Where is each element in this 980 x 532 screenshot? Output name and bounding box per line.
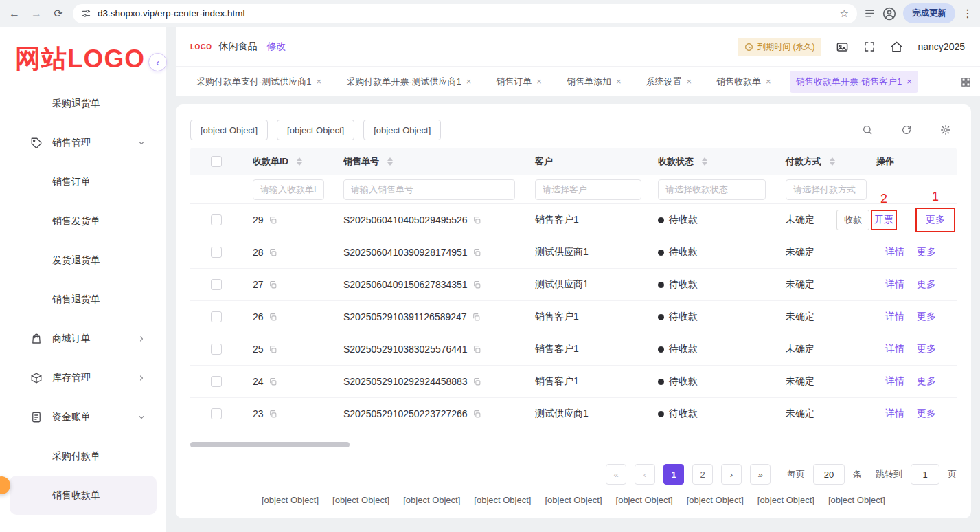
sort-icon[interactable] [387, 157, 393, 166]
row-checkbox[interactable] [211, 214, 222, 225]
url-bar[interactable]: d3.shopxo.vip/erp-center-index.html ☆ [73, 4, 857, 23]
last-page-button[interactable]: » [750, 464, 771, 485]
toolbar-button[interactable]: [object Object] [363, 120, 441, 140]
more-link[interactable]: 更多 [917, 408, 936, 420]
sidebar-item-sales-receipt-order[interactable]: 销售收款单 [10, 476, 157, 515]
sidebar-item-purchase-return-order[interactable]: 采购退货单 [0, 84, 166, 123]
detail-link[interactable]: 详情 [885, 278, 904, 291]
sidebar-item-sales-management[interactable]: 销售管理 [0, 123, 166, 162]
jump-page-input[interactable] [911, 464, 939, 485]
tab-close-icon[interactable]: × [466, 76, 472, 87]
row-checkbox[interactable] [211, 247, 222, 258]
tab-close-icon[interactable]: × [536, 76, 542, 87]
more-link[interactable]: 更多 [917, 375, 936, 388]
invoice-link[interactable]: 开票 [874, 214, 893, 226]
row-checkbox[interactable] [211, 376, 222, 387]
browser-menu-icon[interactable]: ⋮ [962, 7, 973, 20]
username[interactable]: nancy2025 [918, 41, 965, 52]
copy-icon[interactable] [269, 216, 277, 225]
sidebar-item-mall-order[interactable]: 商城订单 [0, 319, 166, 358]
copy-icon[interactable] [472, 216, 481, 225]
toolbar-button[interactable]: [object Object] [277, 120, 354, 140]
tab[interactable]: 销售收款单开票-销售客户1 × [790, 71, 918, 93]
detail-link[interactable]: 详情 [885, 311, 904, 323]
sort-icon[interactable] [297, 157, 302, 166]
detail-link[interactable]: 详情 [885, 343, 904, 355]
first-page-button[interactable]: « [606, 464, 626, 485]
sidebar-item-fund-bills[interactable]: 资金账单 [0, 397, 166, 436]
copy-icon[interactable] [472, 313, 481, 322]
receive-button[interactable]: 收款 [836, 210, 869, 230]
more-link[interactable]: 更多 [926, 214, 945, 226]
site-settings-icon[interactable] [81, 8, 91, 19]
tab[interactable]: 销售订单 × [490, 71, 548, 93]
copy-icon[interactable] [472, 345, 481, 354]
more-link[interactable]: 更多 [917, 311, 936, 323]
per-page-input[interactable] [813, 464, 845, 485]
tab-close-icon[interactable]: × [616, 76, 622, 87]
filter-order-input[interactable] [343, 179, 515, 200]
sidebar-item-sales-delivery-order[interactable]: 销售发货单 [0, 201, 166, 241]
forward-icon[interactable]: → [29, 8, 44, 20]
row-checkbox[interactable] [211, 311, 222, 322]
tab-close-icon[interactable]: × [687, 76, 692, 87]
toolbar-button[interactable]: [object Object] [190, 120, 268, 140]
scrollbar-thumb[interactable] [190, 442, 350, 447]
more-link[interactable]: 更多 [917, 278, 936, 291]
back-icon[interactable]: ← [7, 8, 22, 20]
row-checkbox[interactable] [211, 344, 222, 355]
detail-link[interactable]: 详情 [885, 246, 904, 258]
sidebar-item-purchase-payment-order[interactable]: 采购付款单 [0, 436, 166, 476]
tab[interactable]: 系统设置 × [640, 71, 698, 93]
more-link[interactable]: 更多 [917, 246, 936, 258]
tab-close-icon[interactable]: × [907, 76, 912, 87]
browser-update-button[interactable]: 完成更新 [903, 3, 955, 23]
copy-icon[interactable] [269, 377, 277, 386]
copy-icon[interactable] [269, 280, 277, 289]
profile-avatar-icon[interactable] [882, 7, 896, 21]
row-checkbox[interactable] [211, 279, 222, 290]
tab[interactable]: 采购付款单支付-测试供应商1 × [190, 71, 328, 93]
copy-icon[interactable] [472, 248, 481, 257]
tab-overview-grid-icon[interactable] [961, 77, 971, 87]
reload-icon[interactable]: ⟳ [51, 7, 66, 20]
more-link[interactable]: 更多 [917, 343, 936, 355]
select-all-checkbox[interactable] [211, 156, 222, 167]
prev-page-button[interactable]: ‹ [635, 464, 655, 485]
filter-id-input[interactable] [253, 179, 324, 200]
reading-list-icon[interactable] [864, 8, 876, 19]
fullscreen-icon[interactable] [863, 41, 876, 53]
sidebar-item-sales-return-order[interactable]: 销售退货单 [0, 280, 166, 319]
filter-customer-select[interactable] [535, 179, 641, 200]
sidebar-item-sales-order[interactable]: 销售订单 [0, 162, 166, 201]
tab[interactable]: 销售单添加 × [560, 71, 628, 93]
tab-close-icon[interactable]: × [766, 76, 771, 87]
page-button[interactable]: 2 [692, 464, 713, 485]
search-icon[interactable] [862, 124, 873, 135]
sort-icon[interactable] [830, 157, 835, 166]
next-page-button[interactable]: › [721, 464, 742, 485]
image-icon[interactable] [836, 41, 849, 54]
copy-icon[interactable] [472, 280, 481, 289]
copy-icon[interactable] [472, 377, 481, 386]
row-checkbox[interactable] [211, 408, 222, 419]
copy-icon[interactable] [269, 345, 277, 354]
store-edit-link[interactable]: 修改 [266, 41, 286, 53]
sort-icon[interactable] [702, 157, 707, 166]
tab-close-icon[interactable]: × [317, 76, 322, 87]
sidebar-collapse-button[interactable]: ‹ [148, 53, 167, 71]
page-button[interactable]: 1 [663, 464, 684, 485]
tab[interactable]: 采购付款单开票-测试供应商1 × [340, 71, 477, 93]
refresh-icon[interactable] [901, 124, 912, 135]
detail-link[interactable]: 详情 [885, 375, 904, 388]
filter-pay-select[interactable] [786, 179, 867, 200]
sidebar-item-inventory-management[interactable]: 库存管理 [0, 358, 166, 397]
detail-link[interactable]: 详情 [885, 408, 904, 420]
bookmark-star-icon[interactable]: ☆ [840, 8, 849, 20]
copy-icon[interactable] [269, 410, 277, 419]
gear-icon[interactable] [940, 124, 951, 135]
filter-status-select[interactable] [658, 179, 766, 200]
copy-icon[interactable] [269, 313, 277, 322]
sidebar-item-delivery-return-order[interactable]: 发货退货单 [0, 241, 166, 280]
tab[interactable]: 销售收款单 × [710, 71, 777, 93]
